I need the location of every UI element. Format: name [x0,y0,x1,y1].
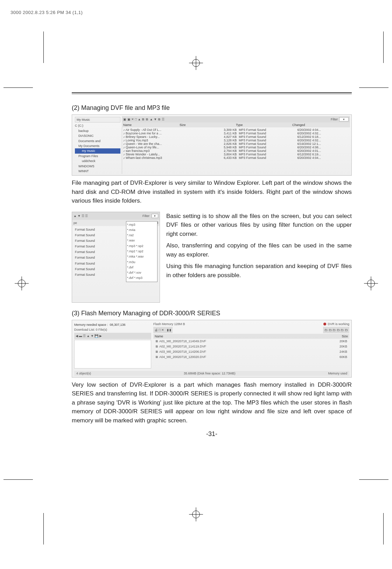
filter-option[interactable]: *.wav [127,238,156,243]
filter-option[interactable]: *.mp2 *.sp2 [127,249,156,254]
file-row: ♪ Stevie Wonder - Lately...3,804 KBMP3 F… [122,153,350,156]
screenshot-flash-memory: Memory needed space : 08,307,136 Downloa… [72,320,352,378]
screenshot-filter: ▲ ▼ ☰ ☰ Filter ▾ pe Changed Format Sound… [72,212,160,303]
value: 08,307,136 [110,323,126,326]
file-row: ♪ san francisa.mp32,794 KBMP3 Format Sou… [122,149,350,153]
crop-mark [4,87,33,88]
panel-title: Flash Memory 128M B [153,322,185,326]
folder-tree: My Music C (C:) backup DIASONIC Document… [74,116,122,174]
filter-label: Filter [331,118,338,121]
folder-buttons: 🗀 🗀 🗀 🗀 🗀 🗀 [323,327,349,333]
file-row: ♪ Queen - We are the cha...2,826 KBMP3 F… [122,142,350,146]
label: Memory needed space : [74,323,108,326]
filter-option[interactable]: *.mp3 *.sp2 [127,244,156,249]
crop-mark [359,87,388,88]
filter-option[interactable]: *.dvf *.vov [127,270,156,275]
body-paragraph: Using this file managing function separa… [166,262,352,280]
file-row: ♪ Air Supply - All Out Of L...3,309 KBMP… [122,128,350,132]
filter-option[interactable]: *.mka *.wav [127,254,156,259]
filter-dropdown[interactable]: ▾ [339,117,349,121]
crop-mark [43,513,44,545]
filter-option[interactable]: *.dvf *.mp3 [127,275,156,281]
horizontal-rule [72,94,352,94]
status-bar: 4 object(s) 35.68MB (Disk free space: 12… [74,371,349,376]
section-title: (3) Flash Memory Managing of DDR-3000/R … [72,310,352,317]
crop-mark [4,479,33,480]
tree-dropdown: My Music [75,117,120,122]
filter-popup[interactable]: *.mp3*.m4a*.ra2*.wav*.mp3 *.sp2*.mp2 *.s… [126,221,158,282]
crop-mark [383,31,384,63]
dvr-status: DVR is working [323,322,349,326]
mini-toolbar: ▲ ▼ ☰ ☰ Filter ▾ [72,212,160,220]
body-paragraph: Very low section of DVR-Explorer is a pa… [72,380,352,425]
horizontal-rule [72,92,352,93]
right-panel: Flash Memory 128M B DVR is working 🖨 □ ✕… [153,322,349,375]
tree-root: C (C:) [75,123,120,128]
file-row: ♪ Queen-Love of my life...5,948 KBMP3 Fo… [122,146,350,149]
filter-option[interactable]: *.m4a [127,227,156,233]
filter-dropdown[interactable]: ▾ [152,214,158,218]
file-row: 🗎 A01_M0_20020718_114049.DVF20KB [153,339,349,344]
column-headers: Name Size [153,334,349,339]
mini-toolbar: ◀ ▬ ☰ ▲ ▼ 💾 ▶ [74,333,151,339]
left-panel: Memory needed space : 08,307,136 Downloa… [74,322,151,375]
tree-item: WINNT [75,169,120,174]
object-count: 4 object(s) [76,372,91,375]
tree-item: Documents and [75,139,120,143]
screenshot-explorer: My Music C (C:) backup DIASONIC Document… [72,114,352,176]
file-row: ♪ Boyzone-Love me for a ...3,411 KBMP3 F… [122,132,350,135]
toolbar: ▣ ▣ ✕ □ ▲ 🗎 🗎 ▲ ▼ 🗎 ☰ Filter ▾ [122,116,350,122]
registration-mark [15,276,29,290]
crop-mark [359,479,388,480]
file-row: ♪ Loving You.mp33,128 KBMP3 Format Sound… [122,139,350,142]
body-paragraph: File managing part of DVR-Explorer is ve… [72,178,352,205]
registration-mark [364,276,378,290]
section-title: (2) Managing DVF file and MP3 file [72,104,352,112]
filter-option[interactable]: *.ra2 [127,233,156,238]
tree-item: backup [75,128,120,133]
column-headers: Name Size Type Changed [122,122,350,127]
tree-item-selected: my music [75,148,120,153]
download-list-empty [74,340,151,368]
file-row: 🗎 A04_M0_20020718_120020.DVF60KB [153,354,349,360]
print-header: 3000 2002.8.23 5:26 PM 34 (1,1) [10,10,83,15]
file-row: 🗎 A03_M0_20020718_114206.DVF24KB [153,349,349,354]
filter-option[interactable]: *.mp3 [127,222,156,227]
tree-item: uddcheck [75,159,120,163]
crop-mark [383,513,384,545]
registration-mark [189,56,203,70]
file-row: ♪ Britney Spears - Lucky...4,827 KBMP3 F… [122,135,350,139]
tree-item: My Documents [75,143,120,148]
file-list: ▣ ▣ ✕ □ ▲ 🗎 🗎 ▲ ▼ 🗎 ☰ Filter ▾ Name Size… [122,116,350,174]
memory-used: Memory used [328,372,347,375]
tree-item: Program Files [75,154,120,159]
filter-label: Filter [142,214,149,218]
tree-item: DIASONIC [75,133,120,138]
body-paragraph: Basic setting is to show all the files o… [166,212,352,239]
filter-option[interactable]: *.m3u [127,260,156,265]
page-number: -31- [72,430,352,438]
file-row: ♪ Wham-last christmas.mp36,433 KBMP3 For… [122,156,350,160]
file-row: 🗎 A02_M0_20020718_114119.DVF20KB [153,344,349,349]
tree-item: WINDOWS [75,164,120,169]
crop-mark [43,31,44,63]
disk-space: 35.68MB (Disk free space: 12.73MB) [184,372,236,375]
registration-mark [189,507,203,521]
filter-option[interactable]: *.dvf [127,265,156,270]
mini-toolbar: 🖨 □ ✕ ▮ ▮ [153,327,173,333]
download-label: Download List: 0 File(s) [74,328,151,331]
body-paragraph: Also, transferring and copying of the fi… [166,241,352,259]
